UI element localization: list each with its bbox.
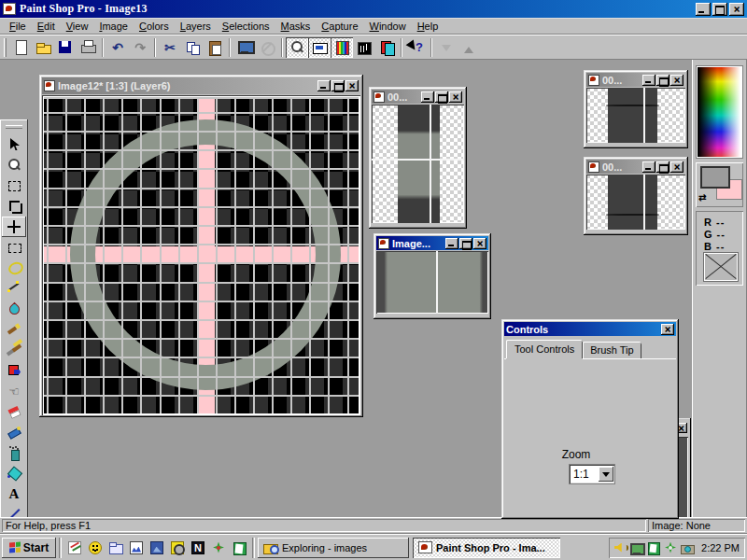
thumb-window-2[interactable]: 00... [584, 70, 688, 148]
menu-colors[interactable]: Colors [134, 19, 175, 34]
tool-controls-toggle-button[interactable] [308, 37, 331, 58]
tray-schedule-icon[interactable] [646, 540, 661, 555]
menu-masks[interactable]: Masks [275, 19, 317, 34]
tray-camera-icon[interactable] [680, 540, 695, 555]
color-picker[interactable] [698, 67, 741, 157]
tool-mover[interactable] [2, 217, 26, 237]
menu-layers[interactable]: Layers [175, 19, 217, 34]
tool-dropper[interactable] [2, 299, 26, 319]
tool-paintbrush[interactable] [2, 319, 26, 340]
controls-title-bar[interactable]: Controls [504, 322, 676, 336]
new-button[interactable] [9, 37, 32, 58]
image12-minimize-button[interactable] [317, 80, 331, 91]
save-button[interactable] [54, 37, 77, 58]
tool-crop[interactable] [2, 196, 26, 217]
menu-edit[interactable]: Edit [32, 19, 61, 34]
controls-palette[interactable]: Controls Tool Controls Brush Tip Zoom 1:… [501, 319, 679, 519]
copy-button[interactable] [181, 37, 204, 58]
thumb3-canvas[interactable] [586, 175, 685, 230]
menu-view[interactable]: View [61, 19, 94, 34]
print-button[interactable] [77, 37, 99, 58]
app-minimize-button[interactable] [696, 3, 711, 16]
arrow-down-button[interactable] [435, 37, 458, 58]
thumb2-title-bar[interactable]: 00... [586, 73, 685, 87]
zoom-dropdown[interactable]: 1:1 [570, 465, 614, 483]
undo-button[interactable]: ↶ [106, 37, 129, 58]
foreground-color-swatch[interactable] [700, 166, 730, 189]
thumb-window-3[interactable]: 00... [584, 157, 688, 235]
open-button[interactable] [32, 37, 54, 58]
tray-scanner-icon[interactable] [663, 540, 678, 555]
thumb1-close-button[interactable] [449, 91, 462, 103]
thumb2-close-button[interactable] [670, 75, 684, 86]
redo-button[interactable]: ↷ [129, 37, 151, 58]
tool-flood-fill[interactable] [2, 463, 26, 483]
image12-canvas-area[interactable] [42, 95, 360, 415]
quick-launch-wheel[interactable] [168, 539, 187, 557]
histogram-toggle-button[interactable] [353, 37, 375, 58]
full-screen-preview-button[interactable] [233, 37, 256, 58]
thumb3-maximize-button[interactable] [656, 161, 669, 173]
controls-close-button[interactable] [661, 324, 674, 335]
image13-minimize-button[interactable] [445, 238, 458, 249]
thumb3-close-button[interactable] [670, 161, 684, 173]
thumb2-maximize-button[interactable] [656, 75, 669, 86]
thumb3-minimize-button[interactable] [642, 161, 655, 173]
layer-palette-toggle-button[interactable] [375, 37, 398, 58]
thumb3-title-bar[interactable]: 00... [586, 160, 685, 174]
tray-display-icon[interactable] [629, 540, 644, 555]
quick-launch-book[interactable] [230, 539, 248, 557]
thumb1-maximize-button[interactable] [435, 91, 448, 103]
image12-title-bar[interactable]: Image12* [1:3] (Layer6) [42, 77, 360, 94]
thumb-window-1[interactable]: 00... [369, 87, 467, 229]
paste-button[interactable] [204, 37, 226, 58]
toolbar-grip[interactable] [4, 38, 7, 57]
tool-color-replacer[interactable] [2, 360, 26, 381]
image12-close-button[interactable] [345, 80, 359, 91]
tray-volume-icon[interactable] [613, 540, 627, 555]
menu-capture[interactable]: Capture [316, 19, 363, 34]
tool-picture-tube[interactable] [2, 422, 26, 442]
image13-maximize-button[interactable] [459, 238, 472, 249]
color-palette-toggle-button[interactable] [331, 37, 353, 58]
tool-clone-brush[interactable] [2, 340, 26, 360]
thumb1-canvas[interactable] [372, 105, 464, 223]
tool-zoom[interactable] [2, 155, 26, 175]
tool-retouch[interactable]: ☜ [2, 381, 26, 401]
menu-image[interactable]: Image [93, 19, 134, 34]
quick-launch-folder[interactable] [106, 539, 125, 557]
quick-launch-smiley[interactable] [86, 539, 105, 557]
tool-freehand[interactable] [2, 258, 26, 278]
tool-selection[interactable] [2, 237, 26, 258]
context-help-button[interactable] [405, 37, 428, 58]
swap-colors-icon[interactable]: ⇄ [698, 192, 706, 203]
quick-launch-netscape[interactable] [189, 539, 207, 557]
image13-window[interactable]: Image... [374, 233, 491, 319]
quick-launch-chart[interactable] [127, 539, 146, 557]
image13-close-button[interactable] [473, 238, 486, 249]
tool-magic-wand[interactable] [2, 278, 26, 299]
zoom-toggle-button[interactable] [286, 37, 308, 58]
thumb2-minimize-button[interactable] [642, 75, 655, 86]
thumb2-canvas[interactable] [586, 88, 685, 143]
menu-help[interactable]: Help [412, 19, 444, 34]
tool-text[interactable]: A [2, 483, 26, 504]
tool-arrow[interactable] [2, 134, 26, 155]
tool-airbrush[interactable] [2, 442, 26, 463]
image12-window[interactable]: Image12* [1:3] (Layer6) [39, 75, 363, 417]
menu-selections[interactable]: Selections [217, 19, 275, 34]
thumb1-title-bar[interactable]: 00... [372, 90, 464, 104]
menu-window[interactable]: Window [364, 19, 412, 34]
image13-canvas[interactable] [376, 251, 488, 314]
task-button-paint-shop-pro[interactable]: Paint Shop Pro - Ima... [413, 538, 560, 558]
tool-deformation[interactable] [2, 175, 26, 196]
image12-maximize-button[interactable] [331, 80, 345, 91]
thumb1-minimize-button[interactable] [421, 91, 434, 103]
tab-brush-tip[interactable]: Brush Tip [583, 342, 641, 358]
tool-eraser[interactable] [2, 401, 26, 422]
app-restore-button[interactable] [712, 3, 727, 16]
quick-launch-notes[interactable] [65, 539, 84, 557]
tool-palette-grip[interactable] [6, 125, 22, 129]
tab-tool-controls[interactable]: Tool Controls [506, 340, 583, 358]
menu-file[interactable]: File [4, 19, 32, 34]
